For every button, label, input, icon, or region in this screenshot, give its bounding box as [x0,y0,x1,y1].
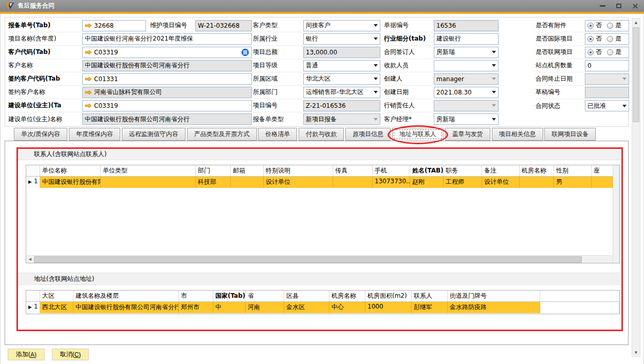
project-name-field[interactable] [82,33,252,45]
column-header[interactable]: 大区 [40,291,73,301]
lookup-list-icon[interactable] [241,48,249,56]
column-header[interactable]: 姓名(TAB) [410,165,444,176]
window-vscrollbar[interactable]: ▲ ▼ [632,18,640,357]
owner-code-field[interactable] [82,100,252,111]
tab-warranty[interactable]: 单次/质保内容 [14,128,67,141]
minimize-button[interactable] [599,3,606,10]
tab-price-list[interactable]: 价格清单 [258,128,297,141]
column-header[interactable]: 区县 [284,291,329,301]
report-no-field[interactable] [82,20,146,31]
tab-network-devices[interactable]: 联网项目设备 [544,128,596,141]
column-header[interactable]: 职务 [444,165,482,176]
cell-phone[interactable] [592,177,613,188]
cell-building[interactable]: 中国建设银行股份有限公司河南省分行 [73,302,179,313]
cell-contact[interactable]: 彭继军 [412,302,448,313]
create-date-select[interactable]: 2021.08.30 [434,87,499,98]
industry-segment-input[interactable] [436,34,496,44]
cell-city[interactable]: 郑州市 [179,302,213,313]
tab-project-info[interactable]: 项目相关信息 [492,128,543,141]
table-row[interactable]: ▶1 西北大区 中国建设银行股份有限公司河南省分行 郑州市 中 河南 金水区 中… [26,302,619,313]
hscroll-thumb[interactable] [34,256,582,263]
cell-room-name[interactable]: 中心 [329,302,365,313]
cell-unit-name[interactable]: 中国建设银行股份有限... [40,177,101,188]
cancel-button[interactable]: 取消(C) [52,349,89,360]
tab-address-contacts[interactable]: 地址与联系人 [392,128,444,141]
signing-customer-code-input[interactable] [94,74,249,84]
column-header[interactable]: 邮箱 [231,165,264,176]
cell-room-name[interactable] [520,177,554,188]
column-header[interactable]: 机房面积(m2) [365,291,412,301]
radio-option-yes[interactable]: 是 [607,34,621,43]
column-header[interactable]: 座 [592,165,613,176]
column-header[interactable]: 街道及门牌号 [448,291,540,301]
radio-option-no[interactable]: 否 [587,48,602,56]
table-row[interactable]: ▶1 中国建设银行股份有限... 科技部 设计单位 13073730... 赵刚… [26,177,613,188]
column-header[interactable]: 性别 [554,165,592,176]
cell-street[interactable]: 金水路防疫路 [448,302,540,313]
cell-province[interactable]: 河南 [246,302,284,313]
scroll-up-icon[interactable]: ▲ [632,18,640,26]
column-header[interactable]: 机房名称 [520,165,554,176]
column-header[interactable]: 传真 [333,165,373,176]
cell-room-area[interactable]: 1000 [365,302,412,313]
column-header[interactable]: 手机 [373,165,410,176]
contacts-hscrollbar[interactable]: ◀ [26,255,613,263]
industry-segment-field[interactable] [434,33,499,45]
region-select[interactable]: 华北大区 [303,73,380,85]
cell-mobile[interactable]: 13073730... [373,177,410,188]
radio-option-yes[interactable]: 是 [607,21,621,30]
project-grade-select[interactable]: 普通 [303,60,380,71]
site-room-count-input[interactable] [587,61,627,70]
column-header[interactable]: 国家(Tab) [213,291,246,301]
cell-remark[interactable]: 设计单位 [482,177,520,188]
scroll-down-icon[interactable]: ▼ [632,349,640,356]
radio-option-no[interactable]: 否 [587,21,602,30]
project-name-input[interactable] [85,34,249,44]
column-header[interactable]: 备注 [482,165,520,176]
radio-option-yes[interactable]: 是 [607,48,621,56]
tab-payment[interactable]: 付款与收款 [299,128,344,141]
department-select[interactable]: 运维销售部-华北大区 [303,87,380,98]
customer-type-select[interactable]: 间接客户 [303,20,380,31]
contacts-vscrollbar[interactable] [613,165,619,263]
account-manager-select[interactable]: 房新瑞 [434,113,499,125]
industry-select[interactable]: 银行 [303,33,380,45]
cell-district[interactable]: 金水区 [284,302,329,313]
vscroll-thumb[interactable] [633,27,639,122]
owner-code-input[interactable] [94,101,249,110]
cell-department[interactable]: 科技部 [196,177,231,188]
payee-select[interactable] [434,60,499,71]
cell-fax[interactable] [333,177,373,188]
tab-original-project[interactable]: 原项目信息 [345,128,391,141]
cell-unit-type[interactable] [101,177,196,188]
cell-country[interactable]: 中 [213,302,246,313]
column-header[interactable]: 省 [246,291,284,301]
column-header[interactable]: 单位类型 [101,165,196,176]
tab-annual-maintenance[interactable]: 年度维保内容 [69,128,120,141]
radio-option-no[interactable]: 否 [587,34,602,43]
column-header[interactable]: 机房名称 [329,291,365,301]
column-header[interactable]: 联系人 [412,291,448,301]
contract-end-date-select[interactable] [585,73,629,85]
column-header[interactable]: 部门 [196,165,231,176]
cell-special-note[interactable]: 设计单位 [264,177,333,188]
tab-seal-shipping[interactable]: 盖章与发货 [445,128,490,141]
report-no-input[interactable] [94,21,143,30]
column-header[interactable]: 建筑名称及楼层 [73,291,179,301]
cell-email[interactable] [231,177,264,188]
cell-gender[interactable]: 男 [554,177,592,188]
scroll-left-icon[interactable]: ◀ [26,256,34,263]
site-room-count-field[interactable] [585,60,629,71]
maximize-button[interactable] [615,3,622,10]
column-header[interactable]: 市 [179,291,213,301]
customer-code-field[interactable] [82,47,252,58]
signing-customer-code-field[interactable] [82,73,252,85]
contract-signer-select[interactable]: 房新瑞 [434,47,499,58]
cell-name[interactable]: 赵刚 [410,177,444,188]
customer-code-input[interactable] [94,48,241,57]
close-button[interactable]: × [632,3,639,10]
contract-status-select[interactable]: 已批准 [585,100,629,111]
column-header[interactable]: 特别说明 [264,165,333,176]
tab-remote-monitoring[interactable]: 远程监测值守内容 [122,128,186,141]
add-button[interactable]: 添加(A) [8,349,45,360]
